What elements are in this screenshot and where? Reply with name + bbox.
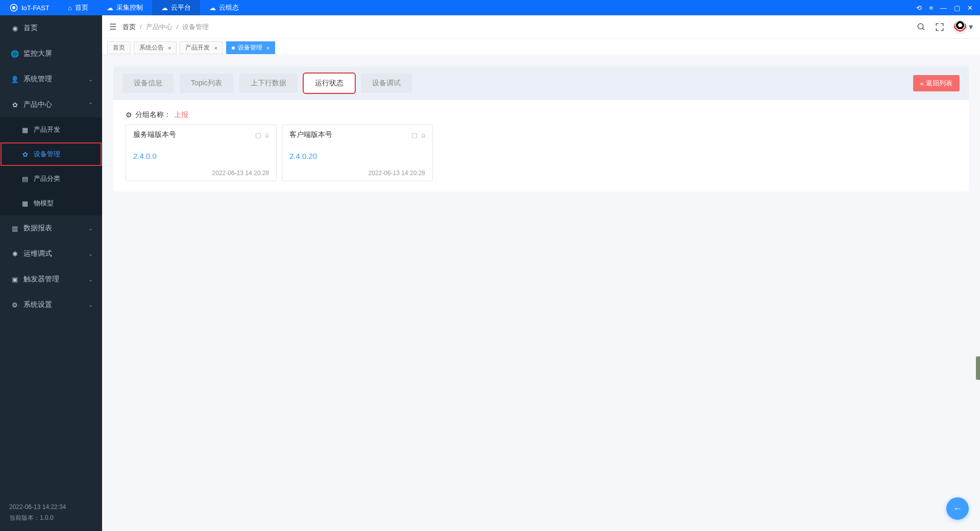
user-menu[interactable]: ▾ <box>953 20 973 34</box>
box-icon: ▦ <box>19 126 31 134</box>
gear-icon: ✿ <box>19 151 31 158</box>
nav-home[interactable]: ⌂ 首页 <box>59 0 97 15</box>
close-tab-icon[interactable]: × <box>168 45 171 51</box>
list-icon: ▤ <box>19 175 31 183</box>
refresh-icon[interactable]: ⟲ <box>916 4 922 12</box>
app-logo: IoT-FAST <box>0 3 59 12</box>
chevron-down-icon: ⌄ <box>88 225 93 232</box>
device-panel: 设备信息 Topic列表 上下行数据 运行状态 设备调试 « 返回列表 ⚙ <box>113 66 969 191</box>
tab-product-dev[interactable]: 产品开发 × <box>180 41 223 54</box>
svg-point-2 <box>918 23 923 29</box>
menu-icon[interactable]: ≡ <box>929 4 933 12</box>
breadcrumb: 首页 / 产品中心 / 设备管理 <box>122 22 209 32</box>
group-icon: ⚙ <box>126 111 132 119</box>
card-value: 2.4.0.0 <box>133 139 269 170</box>
seg-tab-topic-list[interactable]: Topic列表 <box>180 74 233 93</box>
panel-body: ⚙ 分组名称： 上报 服务端版本号 ▢ ⩍ <box>113 100 969 191</box>
sidebar-footer: 2022-06-13 14:22:34 当前版本：1.0.0 <box>0 495 102 531</box>
chevron-down-icon: ⌄ <box>88 302 93 308</box>
search-icon[interactable] <box>917 22 926 32</box>
seg-tab-run-status[interactable]: 运行状态 <box>304 74 355 93</box>
seg-tab-uplink-downlink[interactable]: 上下行数据 <box>239 74 298 93</box>
svg-line-3 <box>922 28 924 30</box>
segment-tabs: 设备信息 Topic列表 上下行数据 运行状态 设备调试 <box>122 74 412 93</box>
nav-cloud-config[interactable]: ☁ 云组态 <box>200 0 248 15</box>
chevron-up-icon: ⌃ <box>88 102 93 108</box>
sidebar-item-data-report[interactable]: ▥ 数据报表 ⌄ <box>0 215 102 241</box>
sidebar-item-object-model[interactable]: ▦ 物模型 <box>0 191 102 215</box>
cloud-platform-icon: ☁ <box>161 4 168 12</box>
tab-system-notice[interactable]: 系统公告 × <box>134 41 177 54</box>
card-value: 2.4.0.20 <box>289 139 425 170</box>
topbar-actions: ▾ <box>917 20 973 34</box>
fullscreen-icon[interactable] <box>935 22 944 32</box>
tab-device-mgmt[interactable]: 设备管理 × <box>226 41 275 54</box>
content-area: 设备信息 Topic列表 上下行数据 运行状态 设备调试 « 返回列表 ⚙ <box>102 55 980 531</box>
chart-icon: ▥ <box>9 225 20 232</box>
user-icon: 👤 <box>9 76 20 83</box>
main-area: ☰ 首页 / 产品中心 / 设备管理 ▾ <box>102 15 980 531</box>
avatar-icon <box>953 20 967 34</box>
close-tab-icon[interactable]: × <box>214 45 217 51</box>
home-icon: ⌂ <box>68 4 72 12</box>
seg-tab-device-debug[interactable]: 设备调试 <box>361 74 412 93</box>
minimize-icon[interactable]: — <box>940 4 947 12</box>
right-edge-handle[interactable] <box>976 356 980 380</box>
chart-icon[interactable]: ⩍ <box>265 131 269 139</box>
sidebar-item-trigger-mgmt[interactable]: ▣ 触发器管理 ⌄ <box>0 267 102 292</box>
nav-collect[interactable]: ☁ 采集控制 <box>97 0 152 15</box>
sidebar-item-product-center[interactable]: ✿ 产品中心 ⌃ <box>0 92 102 117</box>
back-to-list-button[interactable]: « 返回列表 <box>913 75 960 91</box>
bug-icon: ✱ <box>9 250 20 258</box>
sidebar-item-monitor[interactable]: 🌐 监控大屏 <box>0 41 102 66</box>
cloud-config-icon: ☁ <box>209 4 216 12</box>
footer-time: 2022-06-13 14:22:34 <box>9 502 93 513</box>
card-client-version: 客户端版本号 ▢ ⩍ 2.4.0.20 2022-06-13 14:20:28 <box>282 125 433 181</box>
dashboard-icon: ◉ <box>9 25 20 32</box>
close-icon[interactable]: ✕ <box>967 4 973 12</box>
panel-header: 设备信息 Topic列表 上下行数据 运行状态 设备调试 « 返回列表 <box>113 66 969 100</box>
cog-icon: ⚙ <box>9 301 20 309</box>
window-titlebar: IoT-FAST ⌂ 首页 ☁ 采集控制 ☁ 云平台 ☁ 云组态 ⟲ ≡ — ▢… <box>0 0 980 15</box>
globe-icon: 🌐 <box>9 50 20 58</box>
group-name-row: ⚙ 分组名称： 上报 <box>126 110 957 119</box>
fab-back-button[interactable]: ← <box>946 497 969 520</box>
window-controls: ⟲ ≡ — ▢ ✕ <box>909 4 980 12</box>
image-icon[interactable]: ▢ <box>411 131 418 139</box>
sidebar-item-ops-debug[interactable]: ✱ 运维调式 ⌄ <box>0 241 102 267</box>
chevron-down-icon: ▾ <box>969 22 973 32</box>
close-tab-icon[interactable]: × <box>266 45 270 51</box>
sidebar-item-device-mgmt[interactable]: ✿ 设备管理 <box>0 142 102 166</box>
trigger-icon: ▣ <box>9 276 20 283</box>
sidebar-item-system-mgmt[interactable]: 👤 系统管理 ⌄ <box>0 66 102 92</box>
collapse-sidebar-icon[interactable]: ☰ <box>109 22 116 32</box>
tab-home[interactable]: 首页 <box>107 41 131 54</box>
titlebar-nav: ⌂ 首页 ☁ 采集控制 ☁ 云平台 ☁ 云组态 <box>59 0 248 15</box>
nav-cloud-platform[interactable]: ☁ 云平台 <box>152 0 200 15</box>
grid-icon: ▦ <box>19 200 31 207</box>
card-title: 服务端版本号 <box>133 130 255 139</box>
breadcrumb-home[interactable]: 首页 <box>122 22 136 32</box>
image-icon[interactable]: ▢ <box>255 131 261 139</box>
maximize-icon[interactable]: ▢ <box>954 4 960 12</box>
sidebar-item-product-category[interactable]: ▤ 产品分类 <box>0 166 102 191</box>
chevron-down-icon: ⌄ <box>88 276 93 283</box>
sidebar-item-home[interactable]: ◉ 首页 <box>0 15 102 41</box>
group-label: 分组名称： <box>135 110 171 119</box>
seg-tab-device-info[interactable]: 设备信息 <box>122 74 174 93</box>
chevron-down-icon: ⌄ <box>88 76 93 83</box>
chevron-down-icon: ⌄ <box>88 251 93 257</box>
gear-icon: ✿ <box>9 101 20 109</box>
arrow-left-icon: ← <box>953 503 962 514</box>
card-timestamp: 2022-06-13 14:20:28 <box>133 170 269 177</box>
sidebar: ◉ 首页 🌐 监控大屏 👤 系统管理 ⌄ ✿ 产品中心 ⌃ ▦ 产品开发 <box>0 15 102 531</box>
card-title: 客户端版本号 <box>289 130 411 139</box>
double-left-icon: « <box>920 80 924 87</box>
chart-icon[interactable]: ⩍ <box>422 131 425 139</box>
group-value: 上报 <box>174 110 188 119</box>
version-cards: 服务端版本号 ▢ ⩍ 2.4.0.0 2022-06-13 14:20:28 <box>126 125 957 181</box>
active-dot-icon <box>232 46 235 50</box>
sidebar-item-product-dev[interactable]: ▦ 产品开发 <box>0 117 102 142</box>
breadcrumb-product-center[interactable]: 产品中心 <box>146 22 173 32</box>
sidebar-item-system-settings[interactable]: ⚙ 系统设置 ⌄ <box>0 292 102 318</box>
